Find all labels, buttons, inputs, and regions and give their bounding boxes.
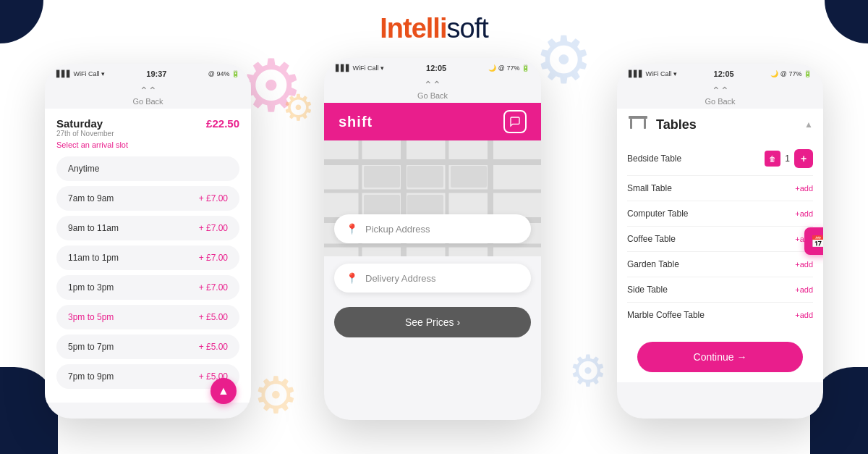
signal-3: ▋▋▋ WiFi Call ▾ [629,70,677,77]
pickup-address-input[interactable]: 📍 Pickup Address [334,214,531,243]
go-back-label-1: Go Back [132,97,163,106]
table-name: Marble Coffee Table [627,310,705,320]
table-item-side: Side Table +add [627,277,813,303]
add-item-button[interactable]: +add [795,260,813,269]
go-back-1[interactable]: ⌃⌃ Go Back [45,81,251,109]
svg-rect-14 [629,116,647,119]
svg-rect-15 [630,119,632,129]
calendar-float-button[interactable]: 📅 [804,227,823,255]
time-1: 19:37 [146,70,166,78]
gear-decoration-5: ⚙ [282,87,315,129]
add-item-button[interactable]: +add [795,311,813,319]
slot-3-5[interactable]: 3pm to 5pm + £5.00 [56,305,239,329]
signal-2: ▋▋▋ WiFi Call ▾ [336,64,384,72]
pickup-pin-icon: 📍 [346,223,358,235]
delivery-address-input[interactable]: 📍 Delivery Address [334,264,531,293]
chevron-up-icon-1: ⌃⌃ [140,85,157,96]
chevron-up-icon-3: ⌃⌃ [712,85,729,96]
slot-price: + £5.00 [199,342,228,352]
slot-label: 3pm to 5pm [68,312,114,322]
battery-3: 🌙 @ 77% 🔋 [770,70,812,77]
svg-rect-16 [644,119,646,129]
bg-corner-top-right [825,0,868,43]
gear-decoration-4: ⚙ [569,345,608,396]
date-info: Saturday 27th of November [56,117,114,138]
go-back-2[interactable]: ⌃⌃ Go Back [324,75,541,103]
table-item-coffee: Coffee Table +add [627,227,813,252]
table-icon [627,114,649,135]
table-name: Small Table [627,183,672,193]
status-bar-3: ▋▋▋ WiFi Call ▾ 12:05 🌙 @ 77% 🔋 [617,64,823,81]
slot-price: + £7.00 [199,193,228,203]
shift-title: shift [339,114,373,130]
slot-price: + £5.00 [199,312,228,322]
go-back-label-3: Go Back [705,97,735,106]
see-prices-label: See Prices › [405,316,460,328]
slot-anytime[interactable]: Anytime [56,156,239,181]
quantity: 1 [785,154,790,164]
add-item-button[interactable]: +add [795,184,813,193]
battery-2: 🌙 @ 77% 🔋 [488,64,529,72]
add-item-button[interactable]: +add [795,209,813,218]
slot-label: Anytime [68,164,99,174]
table-name: Coffee Table [627,234,676,244]
tables-title: Tables [656,117,697,133]
see-prices-button[interactable]: See Prices › [334,307,531,337]
date-row: Saturday 27th of November £22.50 [56,117,239,138]
slot-label: 7am to 9am [68,193,114,203]
phone-schedule: ▋▋▋ WiFi Call ▾ 19:37 @ 94% 🔋 ⌃⌃ Go Back… [45,64,251,419]
chevron-up-icon: ▲ [218,384,229,398]
slot-price: + £7.00 [199,223,228,233]
go-back-label-2: Go Back [417,91,448,100]
slot-11-1[interactable]: 11am to 1pm + £7.00 [56,245,239,270]
table-name: Garden Table [627,259,679,269]
pickup-placeholder: Pickup Address [365,224,430,235]
slot-5-7[interactable]: 5pm to 7pm + £5.00 [56,335,239,359]
logo-soft: soft [446,13,488,44]
scroll-up-hint: ▲ [804,119,813,130]
shift-header: shift [324,103,541,140]
table-item-marble: Marble Coffee Table +add [627,303,813,327]
add-quantity-button[interactable]: + [794,149,813,168]
tables-header: Tables ▲ [627,114,813,135]
phone-tables: ▋▋▋ WiFi Call ▾ 12:05 🌙 @ 77% 🔋 ⌃⌃ Go Ba… [617,64,823,419]
continue-label: Continue → [694,351,747,363]
map-area: 📍 Pickup Address [324,140,541,256]
battery-1: @ 94% 🔋 [208,70,239,77]
table-item-computer: Computer Table +add [627,201,813,227]
table-item-small: Small Table +add [627,176,813,201]
table-item-garden: Garden Table +add [627,252,813,277]
add-item-button[interactable]: +add [795,285,813,294]
phone-shift: ▋▋▋ WiFi Call ▾ 12:05 🌙 @ 77% 🔋 ⌃⌃ Go Ba… [324,58,541,420]
gear-decoration-2: ⚙ [253,366,299,425]
slot-label: 5pm to 7pm [68,342,114,352]
bg-corner-top-left [0,0,43,43]
go-back-3[interactable]: ⌃⌃ Go Back [617,81,823,109]
table-controls: 🗑 1 + [765,149,813,168]
scroll-up-button[interactable]: ▲ [210,378,237,404]
slot-9-11[interactable]: 9am to 11am + £7.00 [56,216,239,240]
delivery-pin-icon: 📍 [346,272,358,284]
status-bar-2: ▋▋▋ WiFi Call ▾ 12:05 🌙 @ 77% 🔋 [324,58,541,75]
table-name: Computer Table [627,209,689,219]
chat-icon[interactable] [503,110,527,133]
continue-button[interactable]: Continue → [637,342,803,372]
delete-button[interactable]: 🗑 [765,151,780,167]
slot-label: 7pm to 9pm [68,371,114,382]
chevron-up-icon-2: ⌃⌃ [424,80,441,90]
svg-rect-9 [364,166,400,188]
slot-label: 9am to 11am [68,223,119,233]
time-2: 12:05 [426,64,446,72]
table-furniture-icon [627,114,649,130]
svg-rect-10 [407,166,443,188]
slot-7-9[interactable]: 7am to 9am + £7.00 [56,186,239,211]
table-name: Side Table [627,285,668,295]
logo-intelli: Intelli [380,13,446,44]
gear-decoration-3: ⚙ [535,22,593,98]
slot-1-3[interactable]: 1pm to 3pm + £7.00 [56,275,239,300]
slot-label: 1pm to 3pm [68,282,114,293]
table-name: Bedside Table [627,154,681,164]
price-total: £22.50 [206,117,239,130]
arrival-label: Select an arrival slot [56,140,239,149]
slot-price: + £7.00 [199,253,228,263]
